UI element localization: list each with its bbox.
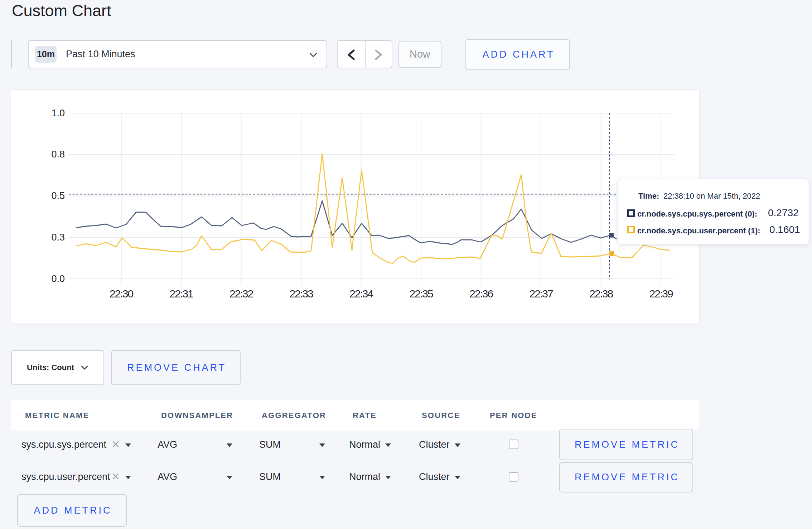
- svg-text:0.0: 0.0: [51, 273, 65, 284]
- svg-text:22:35: 22:35: [410, 288, 433, 300]
- svg-text:0.5: 0.5: [51, 190, 65, 201]
- svg-text:22:30: 22:30: [110, 288, 133, 300]
- svg-text:22:38: 22:38: [589, 288, 613, 300]
- svg-text:22:37: 22:37: [530, 288, 553, 300]
- svg-text:22:39: 22:39: [649, 288, 673, 300]
- svg-text:0.8: 0.8: [51, 149, 65, 160]
- svg-text:22:34: 22:34: [349, 288, 373, 300]
- svg-text:0.3: 0.3: [51, 232, 65, 243]
- svg-text:22:32: 22:32: [229, 288, 253, 300]
- svg-text:1.0: 1.0: [51, 108, 65, 118]
- svg-text:22:31: 22:31: [170, 288, 193, 300]
- svg-text:22:33: 22:33: [290, 288, 313, 300]
- svg-text:22:36: 22:36: [469, 288, 493, 300]
